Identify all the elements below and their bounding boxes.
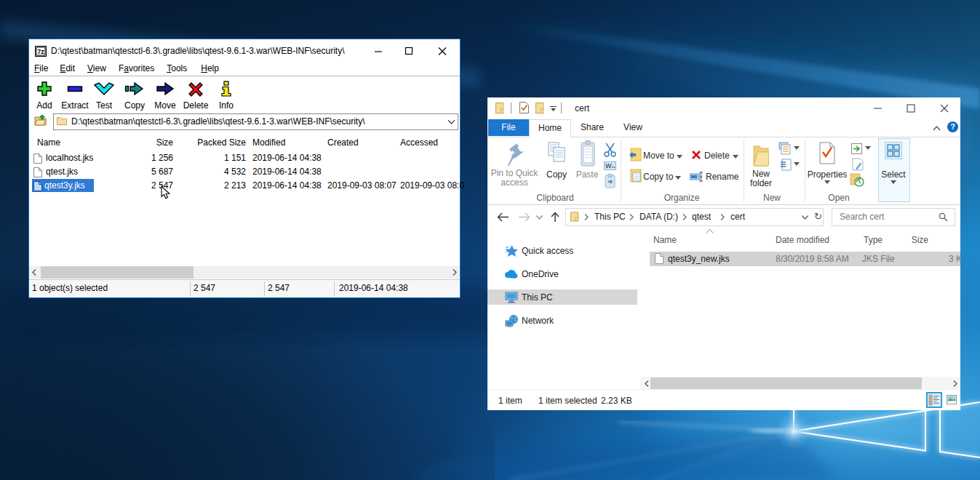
svg-text:7z: 7z: [37, 48, 44, 55]
svg-text:W: W: [605, 162, 612, 169]
